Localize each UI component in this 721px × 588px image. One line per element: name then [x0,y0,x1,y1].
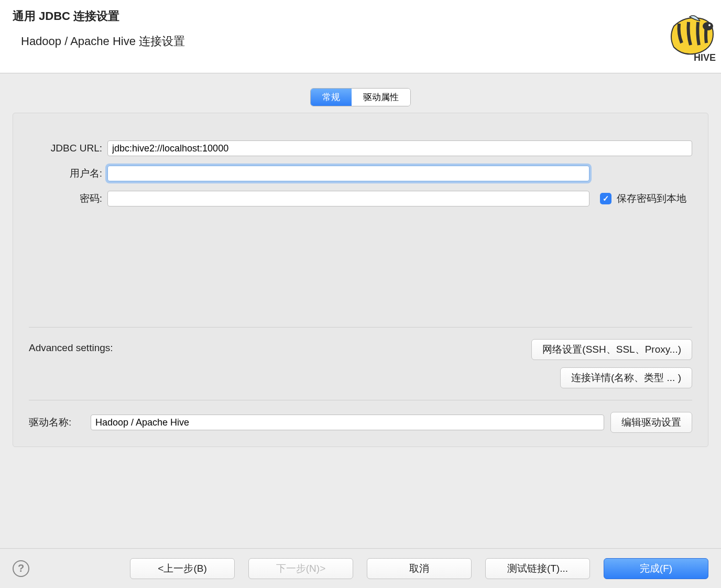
finish-button[interactable]: 完成(F) [604,558,708,579]
connection-details-button[interactable]: 连接详情(名称、类型 ... ) [560,367,692,388]
back-button[interactable]: <上一步(B) [130,558,235,579]
username-input[interactable] [107,166,589,181]
check-icon: ✓ [600,193,611,204]
dialog-subtitle: Hadoop / Apache Hive 连接设置 [21,34,708,49]
edit-driver-button[interactable]: 编辑驱动设置 [610,412,692,433]
test-connection-button[interactable]: 测试链接(T)... [485,558,590,579]
hive-logo-icon: HIVE [663,10,721,63]
jdbc-url-row: JDBC URL: [29,140,692,156]
footer-buttons: <上一步(B) 下一步(N)> 取消 测试链接(T)... 完成(F) [130,558,708,579]
advanced-label: Advanced settings: [29,339,113,354]
tab-bar: 常规 驱动属性 [13,88,708,106]
driver-row: 驱动名称: 编辑驱动设置 [29,412,692,433]
tab-general[interactable]: 常规 [311,89,352,106]
username-label: 用户名: [29,167,107,180]
tab-group: 常规 驱动属性 [310,88,411,106]
dialog-header: 通用 JDBC 连接设置 Hadoop / Apache Hive 连接设置 H… [0,0,721,73]
tab-driver-properties[interactable]: 驱动属性 [352,89,410,106]
help-icon[interactable]: ? [13,560,29,577]
form-panel: JDBC URL: 用户名: 密码: ✓ 保存密码到本地 Advanced se… [13,113,708,447]
password-input[interactable] [107,191,589,206]
dialog-footer: ? <上一步(B) 下一步(N)> 取消 测试链接(T)... 完成(F) [0,548,721,588]
network-settings-button[interactable]: 网络设置(SSH、SSL、Proxy...) [531,339,692,360]
save-password-checkbox-wrap[interactable]: ✓ 保存密码到本地 [600,192,686,205]
driver-name-label: 驱动名称: [29,416,84,429]
advanced-row: Advanced settings: 网络设置(SSH、SSL、Proxy...… [29,339,692,388]
svg-point-1 [708,24,711,26]
password-row: 密码: ✓ 保存密码到本地 [29,191,692,206]
divider [29,327,692,328]
jdbc-url-label: JDBC URL: [29,143,107,154]
cancel-button[interactable]: 取消 [367,558,472,579]
svg-point-0 [703,22,713,30]
jdbc-url-input[interactable] [107,140,692,156]
divider [29,400,692,400]
svg-text:HIVE: HIVE [694,52,716,63]
dialog-title: 通用 JDBC 连接设置 [13,8,708,24]
password-label: 密码: [29,192,107,205]
username-row: 用户名: [29,166,692,181]
driver-name-input[interactable] [91,415,604,430]
save-password-label: 保存密码到本地 [617,192,686,205]
next-button[interactable]: 下一步(N)> [248,558,353,579]
advanced-buttons: 网络设置(SSH、SSL、Proxy...) 连接详情(名称、类型 ... ) [531,339,692,388]
dialog-content: 常规 驱动属性 JDBC URL: 用户名: 密码: ✓ 保存密码到本地 Adv… [0,73,721,447]
